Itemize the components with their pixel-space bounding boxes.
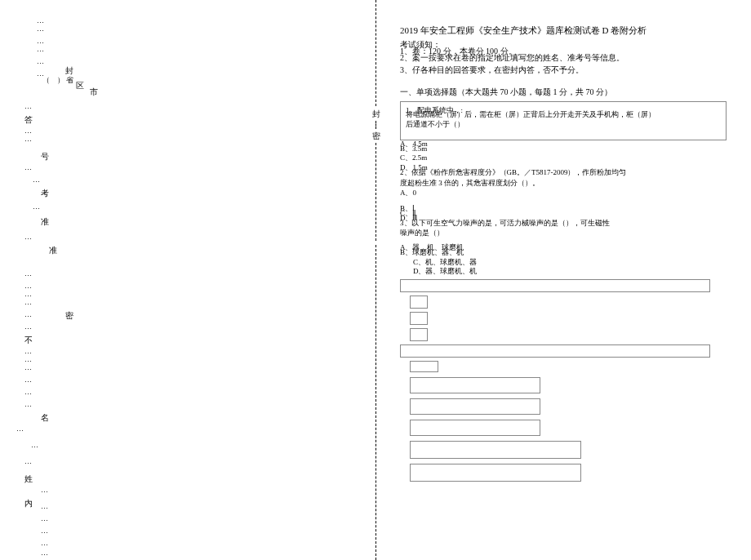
answer-box[interactable] <box>410 464 581 482</box>
answer-box[interactable] <box>410 398 540 415</box>
q3-option-c: C、机、球磨机、器 <box>413 258 727 267</box>
section-1-header: 一、单项选择题（本大题共 70 小题，每题 1 分，共 70 分） <box>400 87 727 98</box>
dots: … <box>33 202 41 211</box>
center-seal-char: 封 <box>372 109 380 120</box>
binding-number-char: 号 <box>41 151 49 162</box>
center-dense-char: 密 <box>372 131 380 142</box>
binding-answer-char: 答 <box>24 114 33 126</box>
dots: … <box>24 376 33 384</box>
q3-stem-2: 噪声的是（） <box>400 229 727 238</box>
question-1: 1、配电系统中，: 将电源隔柜（屏）后，需在柜（屏）正背后上分开走开关及手机构，… <box>400 101 727 140</box>
dots: … <box>24 310 33 318</box>
field-district: 区 <box>76 80 84 91</box>
answer-box[interactable] <box>410 420 540 436</box>
binding-zhun-char: 准 <box>41 216 49 228</box>
answer-box[interactable] <box>410 441 581 459</box>
binding-exam-char: 考 <box>41 188 49 199</box>
answer-box[interactable] <box>410 377 540 393</box>
q3-option-b: B、球磨机、器、机 <box>400 248 727 257</box>
answer-box[interactable] <box>410 312 428 325</box>
binding-margin: … … … … 封 … … 区 市 （ ） 省 … 答 … … 号 … … 考 … <box>0 0 147 560</box>
dots: … <box>24 457 33 465</box>
dots: … <box>24 298 33 306</box>
center-fold-line: 封 密 <box>376 0 376 560</box>
dots: … <box>37 16 45 24</box>
dots: … <box>33 176 41 184</box>
dots: … <box>41 549 49 557</box>
dots: … <box>24 347 33 355</box>
binding-inner-char: 内 <box>24 498 33 509</box>
binding-surname-char: 姓 <box>24 473 33 485</box>
q2-stem-2: 度超粉生准 3 倍的，其危害程度划分（）。 <box>400 179 727 189</box>
field-city: 市 <box>90 87 98 98</box>
dots: … <box>37 37 45 45</box>
dots: … <box>41 539 49 547</box>
dots: … <box>24 233 33 241</box>
intro-line-2: 2、案一按要求在卷的指定地址填写您的姓名、准考号等信息。 <box>400 52 727 63</box>
dots: … <box>24 269 33 278</box>
dots: … <box>41 502 49 510</box>
field-province: （ ） 省 <box>42 75 73 86</box>
dots: … <box>24 135 33 143</box>
dots: … <box>31 441 39 449</box>
dots: … <box>41 514 49 522</box>
exam-title: 2019 年安全工程师《安全生产技术》题库检测试卷 D 卷附分析 <box>400 24 727 37</box>
answer-box[interactable] <box>400 344 710 358</box>
dots: … <box>24 388 33 396</box>
dots: … <box>41 527 49 535</box>
binding-zhun2-char: 准 <box>49 245 57 256</box>
q1-option-b: B、3.5m <box>400 144 727 153</box>
dots: … <box>24 290 33 298</box>
binding-dense-char: 密 <box>65 310 73 322</box>
dots: … <box>37 24 45 33</box>
dots: … <box>24 355 33 363</box>
q3-option-d: D、器、球磨机、机 <box>413 267 727 276</box>
q2-option-a: A、0 <box>400 189 727 198</box>
dots: … <box>24 400 33 408</box>
q1-option-c: C、2.5m <box>400 153 727 162</box>
dots: … <box>24 322 33 331</box>
dots: … <box>24 127 33 135</box>
q2-stem-1: 2、依据《粉作所危害程度分》（GB。／T5817-2009），作所粉加均匀 <box>400 168 727 178</box>
answer-box[interactable] <box>400 279 710 292</box>
dots: … <box>16 424 24 433</box>
dots: … <box>37 45 45 53</box>
dots: … <box>37 57 45 65</box>
q3-stem-1: 3、以下可生空气力噪声的是，可活力械噪声的是（），可生磁性 <box>400 219 727 229</box>
dots: … <box>24 363 33 371</box>
binding-bu-char: 不 <box>24 335 33 346</box>
q1-stem-3: 后通道不小于（） <box>406 120 464 128</box>
q1-stem-2: 将电源隔柜（屏）后，需在柜（屏）正背后上分开走开关及手机构，柜（屏） <box>406 110 655 118</box>
answer-box[interactable] <box>410 296 428 309</box>
dots: … <box>24 163 33 171</box>
answer-box[interactable] <box>410 361 438 372</box>
answer-box[interactable] <box>410 328 428 341</box>
dots: … <box>24 102 33 110</box>
dots: … <box>41 486 49 494</box>
binding-name-char: 名 <box>41 412 49 424</box>
exam-content: 2019 年安全工程师《安全生产技术》题库检测试卷 D 卷附分析 考试须知： 1… <box>400 24 727 487</box>
intro-line-3: 3、仔各种目的回答要求，在密封内答，否不予分。 <box>400 64 727 75</box>
dots: … <box>24 282 33 290</box>
